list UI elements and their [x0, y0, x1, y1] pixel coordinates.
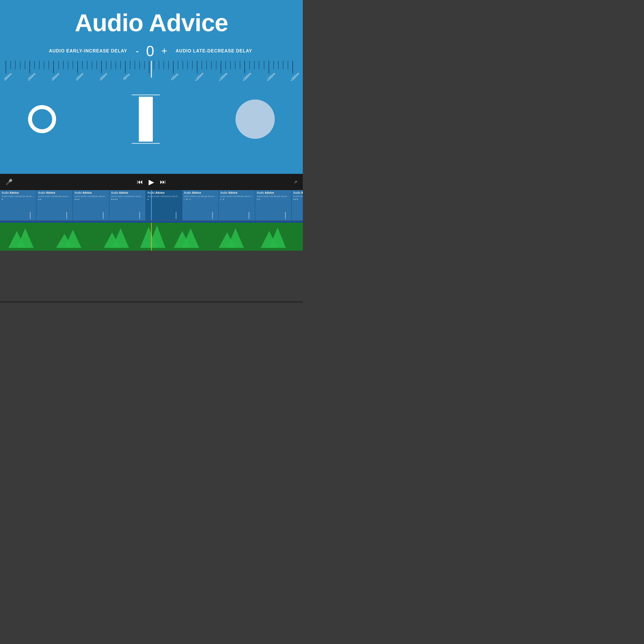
- title-regular: Audio: [75, 9, 149, 36]
- ruler-tick: [202, 61, 206, 69]
- ruler-tick: [139, 61, 144, 69]
- center-bar: [139, 97, 153, 142]
- ruler-tick: [73, 61, 77, 69]
- center-control: - 0 +: [135, 43, 167, 59]
- title-bold: Advice: [149, 9, 228, 36]
- clip-item[interactable]: Audio AdviceAUDIO EARLY-INCREASE DELAY -…: [255, 190, 292, 220]
- clip-item[interactable]: Audio AdviceAUDIO EARLY-INCREASE DELAY -…: [36, 190, 73, 220]
- ruler-tick: +50ms: [173, 61, 178, 73]
- ruler-tick: [216, 61, 221, 69]
- clip-marker: [249, 212, 249, 219]
- ruler-tick: [168, 61, 173, 69]
- next-button[interactable]: ⏭: [160, 178, 166, 186]
- ruler-label: -150ms: [74, 72, 84, 82]
- bottom-area: [0, 251, 303, 301]
- ruler-tick: [106, 61, 111, 69]
- clip-subtext: AUDIO EARLY-INCREASE DELAY - 0 + AUDIO L…: [36, 195, 73, 197]
- ruler-tick: [249, 61, 254, 69]
- ruler-tick: [96, 61, 101, 69]
- clip-header: Audio Advice: [219, 190, 255, 195]
- ruler-tick: [87, 61, 92, 69]
- ruler-label: +250ms: [266, 72, 276, 82]
- visuals-row: [0, 86, 303, 144]
- transport-center: ⏮ ▶ ⏭: [137, 178, 166, 186]
- ruler-tick: -150ms: [77, 61, 82, 73]
- clip-dots: oooo: [109, 197, 146, 201]
- clip-dots: oo: [36, 197, 73, 201]
- clip-item[interactable]: Audio AdviceAUDIO EARLY-INCREASE DELAY -…: [73, 190, 109, 220]
- circle-filled: [236, 100, 275, 139]
- ruler-tick: [273, 61, 278, 69]
- ruler-tick: [211, 61, 216, 69]
- clip-title: Audio Advice: [257, 191, 274, 194]
- ruler-tick: [154, 61, 158, 69]
- clip-dots: ooo: [73, 197, 109, 201]
- clip-item[interactable]: Audio AdviceAUDIO EARLY-INCREASE DELAY -…: [292, 190, 303, 220]
- transport-left: 🎤: [6, 179, 13, 185]
- clip-item[interactable]: Audio AdviceAUDIO EARLY-INCREASE DELAY -…: [0, 190, 36, 220]
- ruler-tick: [240, 61, 244, 69]
- clip-marker: [176, 212, 176, 219]
- clip-subtext: AUDIO EARLY-INCREASE DELAY - 0 + AUDIO L…: [219, 195, 255, 197]
- ruler-tick: [92, 61, 96, 69]
- title-area: Audio Advice: [0, 0, 303, 40]
- prev-button[interactable]: ⏮: [137, 178, 143, 186]
- plus-button[interactable]: +: [161, 45, 167, 57]
- ruler-tick: -100ms: [101, 61, 106, 73]
- clip-header: Audio Advice: [109, 190, 146, 195]
- ruler-container: -300ms-250ms-200ms-150ms-100ms-50ms+50ms…: [0, 61, 303, 80]
- clip-marker: [66, 212, 67, 219]
- ruler-label: -50ms: [122, 73, 130, 81]
- ruler-tick: [283, 61, 288, 69]
- ruler-tick: -300ms: [6, 61, 10, 73]
- clip-header: Audio Advice: [182, 190, 218, 195]
- ruler-tick: [111, 61, 116, 69]
- clip-marker: [139, 212, 140, 219]
- clip-title: Audio Advice: [147, 191, 165, 194]
- ruler-tick: [235, 61, 240, 69]
- clip-title: Audio Advice: [111, 191, 128, 194]
- ruler-tick: [20, 61, 25, 69]
- ruler-tick: [159, 61, 163, 69]
- ruler-tick: -50ms: [125, 61, 130, 73]
- mic-icon[interactable]: 🎤: [6, 179, 13, 185]
- clip-subtext: AUDIO EARLY-INCREASE DELAY - 0 + AUDIO L…: [292, 195, 303, 197]
- ruler-tick: +150ms: [221, 61, 225, 73]
- clip-title: Audio Advice: [184, 191, 201, 194]
- ruler-tick: [49, 61, 53, 69]
- main-panel: Audio Advice AUDIO EARLY-INCREASE DELAY …: [0, 0, 303, 174]
- clip-title: Audio Advice: [75, 191, 92, 194]
- late-delay-label: AUDIO LATE-DECREASE DELAY: [167, 49, 292, 54]
- bar-bottom-line: [132, 143, 160, 144]
- early-delay-label: AUDIO EARLY-INCREASE DELAY: [11, 49, 135, 54]
- ruler-tick: [183, 61, 187, 69]
- expand-button[interactable]: ↗: [294, 179, 297, 185]
- clip-subtext: AUDIO EARLY-INCREASE DELAY - 0 + AUDIO L…: [109, 195, 146, 197]
- ruler-tick: -250ms: [29, 61, 34, 73]
- ruler-tick: [163, 61, 168, 69]
- ruler-tick: [25, 61, 29, 69]
- ruler-label: +150ms: [218, 72, 228, 82]
- ruler-label: +50ms: [170, 72, 179, 81]
- ruler-tick: [192, 61, 197, 69]
- clip-subtext: AUDIO EARLY-INCREASE DELAY - 0 + AUDIO L…: [255, 195, 291, 197]
- ruler-label: +100ms: [194, 72, 204, 82]
- ruler-tick: [68, 61, 73, 69]
- playhead-blue: [151, 190, 152, 220]
- clip-item[interactable]: Audio AdviceAUDIO EARLY-INCREASE DELAY -…: [109, 190, 146, 220]
- clip-subtext: AUDIO EARLY-INCREASE DELAY - 0 + AUDIO L…: [73, 195, 109, 197]
- play-button[interactable]: ▶: [149, 178, 154, 186]
- ruler-tick: +300ms: [292, 61, 297, 73]
- ruler-label: -250ms: [27, 72, 36, 82]
- ruler-tick: [288, 61, 292, 69]
- ruler-tick: [278, 61, 283, 69]
- ruler-tick: [130, 61, 135, 69]
- ruler-tick: [254, 61, 259, 69]
- ruler-tick: [39, 61, 44, 69]
- clip-title: Audio Advice: [38, 191, 55, 194]
- clip-item[interactable]: Audio AdviceAUDIO EARLY-INCREASE DELAY -…: [182, 190, 219, 220]
- circle-outline: [28, 105, 56, 133]
- minus-button[interactable]: -: [135, 45, 139, 57]
- clip-item[interactable]: Audio AdviceAUDIO EARLY-INCREASE DELAY -…: [219, 190, 255, 220]
- clip-header: Audio Advice: [255, 190, 291, 195]
